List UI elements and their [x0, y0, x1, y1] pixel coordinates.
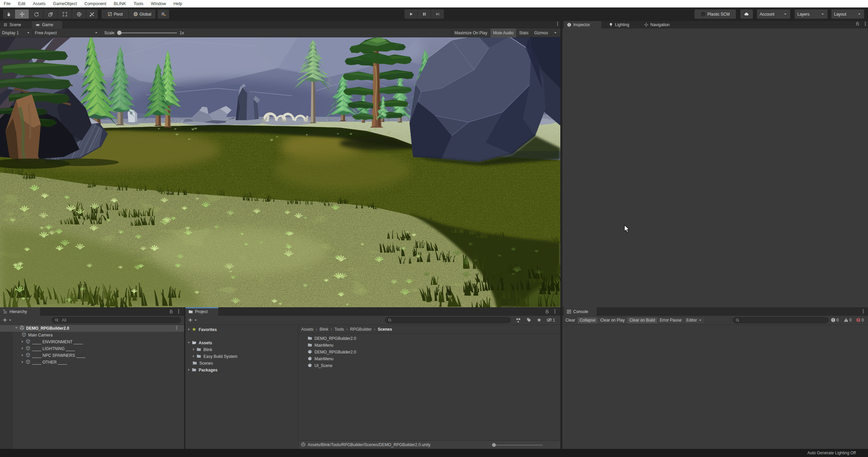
global-toggle[interactable]: Global — [129, 10, 156, 19]
inspector-lock[interactable] — [855, 21, 860, 28]
project-kebab[interactable] — [552, 309, 558, 315]
project-hidden-count-label: 1 — [553, 318, 555, 323]
tool-rect-button[interactable] — [58, 10, 72, 19]
project-tree-scenes[interactable]: Scenes — [185, 360, 298, 367]
game-panel-kebab[interactable] — [555, 21, 560, 28]
account-dropdown[interactable]: Account — [757, 10, 790, 19]
console-warning-count[interactable]: 0 — [844, 317, 852, 323]
hierarchy-row[interactable]: ____ ENVIRONMENT ____ — [0, 339, 184, 345]
console-clear-button[interactable]: Clear — [563, 317, 577, 324]
mute-audio-toggle[interactable]: Mute Audio — [490, 29, 516, 37]
tool-transform-button[interactable] — [72, 10, 86, 19]
menu-edit[interactable]: Edit — [14, 0, 29, 7]
display-dropdown[interactable]: Display 1 — [0, 29, 33, 37]
menu-tools[interactable]: Tools — [130, 0, 147, 7]
tab-scene[interactable]: Scene — [0, 21, 32, 29]
game-bar-display-label-label: Display 1 — [2, 31, 19, 35]
gizmos-dropdown[interactable]: Gizmos — [531, 29, 560, 37]
menu-help[interactable]: Help — [170, 0, 186, 7]
hierarchy-search-input[interactable]: All — [52, 317, 181, 323]
plastic-scm-button[interactable]: Plastic SCM — [694, 10, 736, 19]
project-lock[interactable] — [545, 309, 549, 315]
aspect-dropdown[interactable]: Free Aspect — [33, 29, 101, 37]
tab-project[interactable]: Project — [185, 307, 218, 316]
project-file-folder[interactable]: MainMenu — [299, 342, 561, 349]
cloud-button[interactable] — [740, 10, 753, 19]
inspector-kebab[interactable] — [863, 21, 868, 28]
console-search-input[interactable] — [733, 317, 829, 323]
hierarchy-row[interactable]: ____ NPC SPAWNERS ____ — [0, 352, 184, 359]
toolbar-pivot-label-label: Pivot — [114, 12, 123, 17]
grid-snap-button[interactable] — [158, 10, 169, 19]
hierarchy-row-scene[interactable]: DEMO_RPGBuilder2.0 — [0, 325, 184, 332]
project-file-scene[interactable]: MainMenu — [299, 355, 561, 362]
breadcrumb-item[interactable]: Blink — [320, 327, 328, 332]
layers-dropdown[interactable]: Layers — [795, 10, 828, 19]
console-error-pause-toggle[interactable]: Error Pause — [657, 317, 684, 324]
hierarchy-row[interactable]: ____ LIGHTNING ____ — [0, 345, 184, 352]
console-info-count[interactable]: 0 — [831, 317, 839, 323]
menu-assets[interactable]: Assets — [29, 0, 50, 7]
hierarchy-lock[interactable] — [169, 309, 174, 315]
project-tree-assets[interactable]: Assets — [185, 340, 298, 346]
layout-dropdown[interactable]: Layout — [831, 10, 864, 19]
label — [301, 442, 306, 448]
project-tree-favorites[interactable]: Favorites — [185, 326, 298, 333]
console-collapse-toggle[interactable]: Collapse — [577, 317, 598, 324]
maximize-on-play-toggle[interactable]: Maximize On Play — [451, 29, 490, 37]
pivot-toggle[interactable]: Pivot — [102, 10, 128, 19]
project-tag-filter[interactable] — [526, 317, 531, 324]
breadcrumb-item[interactable]: Scenes — [378, 327, 392, 332]
tool-scale-button[interactable] — [43, 10, 57, 19]
scene-row-kebab[interactable] — [174, 325, 179, 331]
menu-blink[interactable]: BLINK — [110, 0, 130, 7]
project-tree-easy-build-system[interactable]: Easy Build System — [185, 353, 298, 360]
console-clear-on-play-toggle[interactable]: Clear on Play — [598, 317, 627, 324]
tab-inspector[interactable]: Inspector — [564, 21, 601, 29]
project-hidden-count[interactable]: 1 — [546, 317, 555, 323]
project-prefab-filter[interactable] — [516, 317, 521, 324]
tool-rotate-button[interactable] — [29, 10, 43, 19]
scale-slider[interactable] — [116, 29, 177, 37]
tool-hand-button[interactable] — [3, 10, 15, 19]
hierarchy-kebab[interactable] — [176, 309, 181, 315]
menu-gameobject[interactable]: GameObject — [49, 0, 80, 7]
breadcrumb-item[interactable]: RPGBuilder — [350, 327, 372, 332]
thumbnail-zoom-knob[interactable] — [492, 443, 496, 447]
project-star-filter[interactable] — [537, 317, 542, 324]
console-error-count[interactable]: 0 — [856, 317, 864, 323]
pause-button[interactable] — [418, 10, 431, 19]
project-file-scene[interactable]: DEMO_RPGBuilder2.0 — [299, 349, 561, 355]
game-viewport[interactable] — [0, 37, 560, 307]
project-add-button[interactable] — [188, 317, 198, 323]
breadcrumb-item[interactable]: Assets — [301, 327, 313, 332]
hierarchy-row[interactable]: ____ OTHER ____ — [0, 359, 184, 366]
project-search-input[interactable] — [385, 317, 511, 323]
project-file-scene[interactable]: UI_Scene — [299, 362, 561, 369]
tab-lighting[interactable]: Lighting — [605, 21, 635, 29]
project-file-folder[interactable]: DEMO_RPGBuilder2.0 — [299, 335, 561, 342]
scale-slider-knob[interactable] — [117, 31, 122, 35]
tab-navigation[interactable]: Navigation — [641, 21, 676, 29]
menu-window[interactable]: Window — [147, 0, 169, 7]
stats-toggle[interactable]: Stats — [516, 29, 531, 37]
play-button[interactable] — [404, 10, 417, 19]
menu-file[interactable]: File — [0, 0, 14, 7]
console-clear-on-build-toggle[interactable]: Clear on Build — [627, 317, 657, 324]
breadcrumb-item[interactable]: Tools — [334, 327, 344, 332]
project-tree-packages[interactable]: Packages — [185, 367, 298, 373]
folder-icon — [196, 347, 201, 352]
project-tree-blink[interactable]: Blink — [185, 346, 298, 353]
thumbnail-zoom-slider[interactable] — [493, 445, 543, 445]
tab-game[interactable]: Game — [32, 21, 62, 29]
tab-console[interactable]: Console — [564, 307, 597, 316]
hierarchy-add-button[interactable] — [2, 317, 12, 323]
tool-move-button[interactable] — [15, 10, 29, 19]
tab-hierarchy[interactable]: Hierarchy — [0, 307, 40, 316]
console-kebab[interactable] — [861, 309, 866, 315]
tool-custom-button[interactable] — [86, 10, 98, 19]
step-button[interactable] — [431, 10, 444, 19]
menu-component[interactable]: Component — [80, 0, 110, 7]
hierarchy-row[interactable]: Main Camera — [0, 332, 184, 339]
console-editor-dropdown[interactable]: Editor — [684, 317, 705, 324]
